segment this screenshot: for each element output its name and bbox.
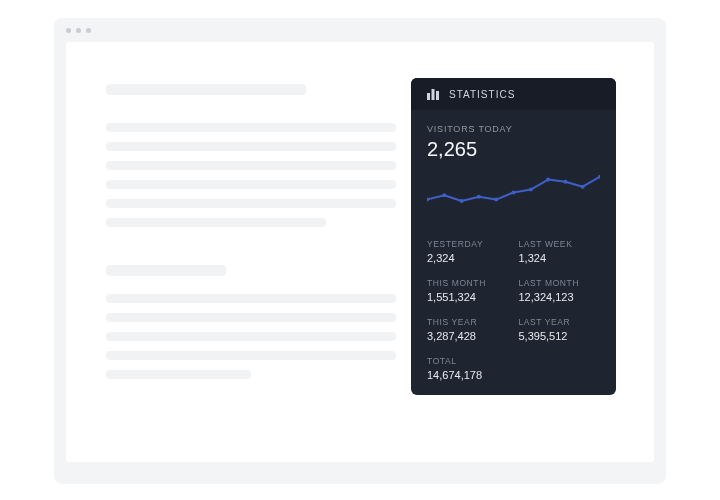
skeleton-line-short [106, 218, 326, 227]
skeleton-line [106, 294, 396, 303]
window-dot-zoom[interactable] [86, 28, 91, 33]
visitors-today-value: 2,265 [427, 138, 600, 161]
skeleton-title [106, 84, 306, 95]
svg-point-7 [494, 198, 498, 202]
stat-value: 5,395,512 [519, 330, 601, 342]
stat-label: THIS YEAR [427, 317, 509, 327]
svg-point-8 [511, 190, 515, 194]
stat-label: TOTAL [427, 356, 600, 366]
skeleton-line-short [106, 370, 251, 379]
stat-label: YESTERDAY [427, 239, 509, 249]
stat-label: LAST YEAR [519, 317, 601, 327]
stat-value: 1,324 [519, 252, 601, 264]
svg-rect-1 [432, 89, 435, 100]
visitors-sparkline [427, 171, 600, 221]
stat-value: 3,287,428 [427, 330, 509, 342]
stat-cell: YESTERDAY2,324 [427, 239, 509, 264]
page-body: STATISTICS VISITORS TODAY 2,265 YESTERDA… [66, 42, 654, 462]
window-chrome-bar [54, 18, 666, 42]
stat-cell: LAST MONTH12,324,123 [519, 278, 601, 303]
skeleton-line [106, 123, 396, 132]
stat-label: LAST MONTH [519, 278, 601, 288]
svg-rect-2 [436, 91, 439, 100]
content-skeleton [106, 84, 396, 379]
statistics-header: STATISTICS [411, 78, 616, 110]
skeleton-line [106, 313, 396, 322]
statistics-header-title: STATISTICS [449, 89, 515, 100]
skeleton-line [106, 332, 396, 341]
skeleton-line [106, 180, 396, 189]
svg-point-5 [460, 199, 464, 203]
svg-point-11 [563, 180, 567, 184]
svg-point-4 [442, 193, 446, 197]
stat-cell: THIS MONTH1,551,324 [427, 278, 509, 303]
svg-point-6 [477, 195, 481, 199]
browser-window: STATISTICS VISITORS TODAY 2,265 YESTERDA… [54, 18, 666, 484]
stat-label: THIS MONTH [427, 278, 509, 288]
statistics-body: VISITORS TODAY 2,265 YESTERDAY2,324LAST … [411, 110, 616, 395]
bar-chart-icon [427, 88, 439, 100]
svg-point-9 [529, 188, 533, 192]
window-dot-close[interactable] [66, 28, 71, 33]
svg-point-12 [581, 185, 585, 189]
skeleton-line [106, 142, 396, 151]
stat-value: 1,551,324 [427, 291, 509, 303]
window-dot-minimize[interactable] [76, 28, 81, 33]
stat-value: 12,324,123 [519, 291, 601, 303]
statistics-grid: YESTERDAY2,324LAST WEEK1,324THIS MONTH1,… [427, 239, 600, 381]
stat-cell: THIS YEAR3,287,428 [427, 317, 509, 342]
stat-cell: LAST YEAR5,395,512 [519, 317, 601, 342]
skeleton-line [106, 199, 396, 208]
skeleton-line [106, 161, 396, 170]
svg-point-10 [546, 178, 550, 182]
stat-label: LAST WEEK [519, 239, 601, 249]
stat-value: 14,674,178 [427, 369, 600, 381]
skeleton-line [106, 351, 396, 360]
skeleton-subtitle [106, 265, 226, 276]
stat-value: 2,324 [427, 252, 509, 264]
stat-cell: LAST WEEK1,324 [519, 239, 601, 264]
stat-cell: TOTAL14,674,178 [427, 356, 600, 381]
visitors-today-label: VISITORS TODAY [427, 124, 600, 134]
statistics-panel: STATISTICS VISITORS TODAY 2,265 YESTERDA… [411, 78, 616, 395]
svg-rect-0 [427, 93, 430, 100]
